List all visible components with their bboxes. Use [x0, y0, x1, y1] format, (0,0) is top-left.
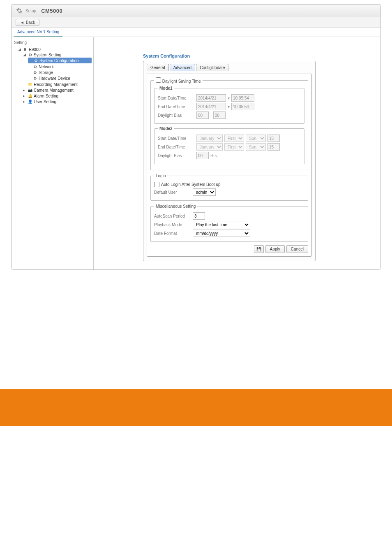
- gear-icon: [32, 70, 37, 75]
- mode2-start-month[interactable]: January: [196, 135, 223, 142]
- playback-mode-label: Playback Mode: [154, 223, 191, 227]
- config-tabs: General Advanced ConfigUpdate: [147, 64, 312, 71]
- app-window: Setup CM5000 ◄ Back Advanced NVR Setting…: [11, 4, 381, 270]
- mode1-end-label: End Date/Time: [158, 104, 195, 109]
- sidebar: Setting ◢ E9000 ◢: [12, 37, 94, 269]
- mode2-end-label: End Date/Time: [158, 145, 195, 149]
- tree-node-recording-management[interactable]: Recording Management: [23, 82, 92, 87]
- auto-login-label: Auto Login After System Boot up: [161, 182, 221, 187]
- daylight-saving-time-group: Daylight Saving Time Mode1 Start Date/Ti…: [150, 77, 308, 170]
- mode1-start-time[interactable]: [231, 94, 254, 102]
- login-legend: Login: [154, 174, 167, 178]
- gear-icon: [32, 76, 37, 81]
- mode2-start-ordinal[interactable]: First: [224, 135, 244, 142]
- default-user-label: Default User: [154, 190, 191, 195]
- mode2-end-ordinal[interactable]: First: [224, 143, 244, 151]
- setup-label: Setup: [25, 9, 36, 13]
- mode1-end-time[interactable]: [231, 103, 254, 110]
- button-row: 💾 Apply Cancel: [150, 245, 308, 253]
- tree-label: Recording Management: [34, 82, 78, 87]
- gear-icon: [28, 52, 32, 57]
- bell-icon: [28, 93, 32, 98]
- expand-icon: ◢: [18, 47, 21, 51]
- back-button[interactable]: ◄ Back: [16, 19, 39, 26]
- collapse-icon: ▸: [23, 94, 26, 98]
- hrs-label: Hrs.: [210, 153, 218, 158]
- mode2-legend: Mode2: [158, 126, 174, 131]
- mode1-bias-label: Daylight Bias: [158, 113, 195, 118]
- save-icon: 💾: [256, 247, 261, 251]
- miscellaneous-setting-group: Miscellaneous Setting AutoScan Period Pl…: [150, 204, 308, 242]
- tree-node-user-setting[interactable]: ▸ User Setting: [23, 99, 92, 104]
- tree-label: User Setting: [34, 100, 56, 104]
- tab-config-update[interactable]: ConfigUpdate: [196, 64, 228, 71]
- misc-legend: Miscellaneous Setting: [154, 204, 197, 209]
- camera-icon: [28, 88, 32, 93]
- tree-label: Alarm Setting: [34, 94, 58, 98]
- gear-icon: [33, 58, 38, 63]
- title-bar: Setup CM5000: [12, 5, 380, 17]
- auto-login-checkbox[interactable]: [154, 182, 159, 187]
- mode2-end-month[interactable]: January: [196, 143, 223, 151]
- tree-node-network[interactable]: Network: [28, 64, 92, 69]
- server-icon: [23, 47, 28, 52]
- autoscan-period-label: AutoScan Period: [154, 214, 191, 218]
- tree-node-storage[interactable]: Storage: [28, 70, 92, 75]
- sidebar-header: Setting: [13, 39, 92, 46]
- user-icon: [28, 99, 32, 104]
- collapse-icon: ▸: [23, 88, 26, 92]
- mode2-start-hour[interactable]: [267, 135, 280, 142]
- gear-icon: [16, 7, 23, 14]
- tree-label: System Configuration: [39, 58, 79, 63]
- page-footer-bar: [0, 389, 392, 426]
- tree-node-system-configuration[interactable]: System Configuration: [28, 58, 92, 63]
- default-user-select[interactable]: admin: [193, 188, 216, 196]
- tree-node-alarm-setting[interactable]: ▸ Alarm Setting: [23, 93, 92, 98]
- mode1-bias-hours[interactable]: [196, 111, 209, 119]
- tab-general[interactable]: General: [147, 64, 169, 71]
- mode1-start-date[interactable]: [196, 94, 226, 102]
- dst-legend: Daylight Saving Time: [162, 79, 201, 84]
- mode1-bias-minutes[interactable]: [213, 111, 226, 119]
- dst-mode1-group: Mode1 Start Date/Time ▾ End Date/Time ▾: [154, 86, 304, 124]
- top-tab-strip: Advanced NVR Setting: [12, 28, 380, 37]
- mode1-start-label: Start Date/Time: [158, 96, 195, 100]
- dst-mode2-group: Mode2 Start Date/Time January First Sun.…: [154, 126, 304, 164]
- tree-label: System Setting: [34, 53, 61, 57]
- gear-icon: [32, 64, 37, 69]
- panel-title: System Configuration: [143, 53, 372, 58]
- tree-label: Storage: [39, 70, 53, 75]
- date-format-select[interactable]: mm/dd/yyyy: [193, 230, 250, 237]
- apply-button[interactable]: Apply: [265, 245, 285, 253]
- folder-icon: [28, 82, 32, 87]
- tree-node-camera-management[interactable]: ▸ Camera Management: [23, 88, 92, 93]
- mode2-end-day[interactable]: Sun.: [246, 143, 266, 151]
- system-configuration-box: General Advanced ConfigUpdate Daylight S…: [143, 61, 316, 261]
- expand-icon: ◢: [23, 53, 26, 57]
- mode2-start-label: Start Date/Time: [158, 136, 195, 141]
- mode2-end-hour[interactable]: [267, 143, 280, 151]
- tree-node-hardware-device[interactable]: Hardware Device: [28, 76, 92, 81]
- main-panel: System Configuration General Advanced Co…: [94, 37, 380, 269]
- tree-label: E9000: [29, 47, 41, 52]
- tree-node-root[interactable]: ◢ E9000: [18, 47, 92, 52]
- mode2-start-day[interactable]: Sun.: [246, 135, 266, 142]
- autoscan-period-input[interactable]: [193, 212, 205, 220]
- date-format-label: Date Format: [154, 231, 191, 236]
- tree-label: Hardware Device: [39, 76, 70, 81]
- tree-label: Network: [39, 65, 54, 69]
- back-button-label: Back: [26, 20, 35, 25]
- cancel-button[interactable]: Cancel: [286, 245, 308, 253]
- daylight-saving-time-checkbox[interactable]: [156, 77, 161, 83]
- mode2-bias-hours[interactable]: [196, 152, 209, 159]
- collapse-icon: ▸: [23, 100, 26, 104]
- tree-label: Camera Management: [34, 88, 74, 93]
- back-arrow-icon: ◄: [20, 20, 24, 25]
- back-bar: ◄ Back: [12, 17, 380, 28]
- tab-advanced[interactable]: Advanced: [170, 64, 195, 71]
- playback-mode-select[interactable]: Play the last time: [193, 221, 250, 228]
- tab-advanced-nvr-setting[interactable]: Advanced NVR Setting: [14, 28, 62, 37]
- save-icon-button[interactable]: 💾: [254, 245, 264, 253]
- tree-node-system-setting[interactable]: ◢ System Setting: [23, 52, 92, 57]
- mode1-end-date[interactable]: [196, 103, 226, 110]
